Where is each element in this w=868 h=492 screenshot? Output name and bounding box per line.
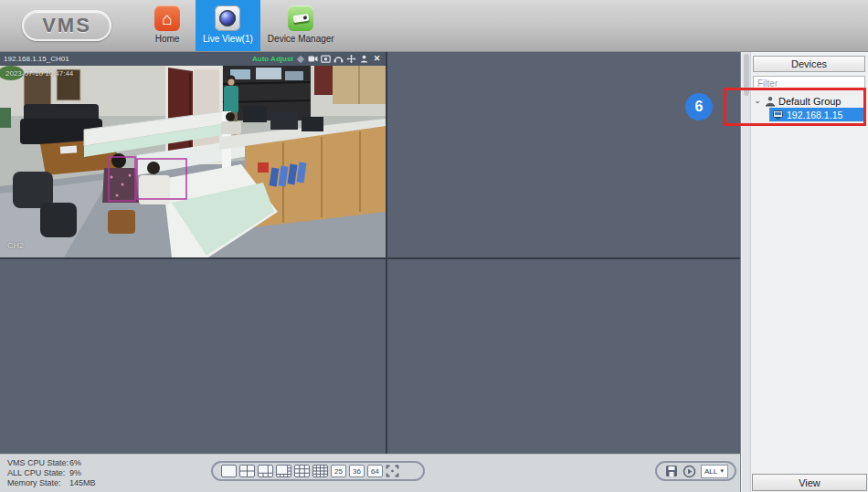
video-pane-2[interactable] [387, 52, 740, 257]
layout-toolbar: 25 36 64 [211, 461, 425, 481]
ptz-icon[interactable] [346, 54, 356, 64]
snapshot-icon[interactable] [321, 54, 331, 64]
video-grid: 192.168.1.15_CH01 Auto Adjust [0, 52, 740, 454]
layout-6-button[interactable] [258, 465, 273, 477]
chevron-down-icon[interactable]: ⌄ [753, 97, 762, 105]
stat-all-cpu: ALL CPU State:9% [7, 468, 96, 478]
layout-16-button[interactable] [312, 465, 328, 477]
group-icon [765, 96, 776, 107]
vms-application-window: VMS ⌂ Home Live View(1) Device Manager 1… [0, 0, 868, 492]
devices-sidebar: Devices ⌄ Default Group 192.168.1.15 [740, 52, 868, 492]
live-view-icon [215, 5, 240, 31]
device-tree: ⌄ Default Group 192.168.1.15 [753, 94, 865, 121]
osd-timestamp: 2023-07-10 10:47:44 [5, 69, 73, 78]
layout-9-button[interactable] [294, 465, 310, 477]
resource-stats: VMS CPU State:6% ALL CPU State:9% Memory… [7, 458, 96, 488]
layout-36-button[interactable]: 36 [349, 465, 365, 477]
camera-scene: 2023-07-10 10:47:44 CH2 [0, 66, 386, 257]
layout-25-button[interactable]: 25 [331, 465, 346, 477]
record-icon[interactable] [308, 54, 318, 64]
layout-64-button[interactable]: 64 [367, 465, 383, 477]
main-toolbar: VMS ⌂ Home Live View(1) Device Manager [0, 0, 868, 52]
view-button[interactable]: View [752, 474, 867, 491]
tree-group-default[interactable]: ⌄ Default Group [753, 94, 865, 108]
layout-4-button[interactable] [239, 465, 255, 477]
stream-toolbar: ALL ▼ [655, 461, 736, 481]
stat-vms-cpu: VMS CPU State:6% [7, 458, 96, 468]
tab-device-manager-label: Device Manager [268, 34, 334, 44]
tab-home[interactable]: ⌂ Home [139, 0, 196, 51]
audio-icon[interactable] [333, 54, 344, 64]
osd-channel-label: CH2 [7, 241, 24, 250]
tab-live-view[interactable]: Live View(1) [196, 0, 260, 51]
sidebar-scrollbar[interactable] [742, 52, 751, 492]
stream-mode-label[interactable]: Auto Adjust [252, 55, 293, 63]
camera-scene-art [0, 66, 386, 257]
filter-input[interactable] [753, 76, 865, 90]
tree-device-selected[interactable]: 192.168.1.15 [769, 108, 865, 121]
talk-icon[interactable] [359, 54, 369, 64]
layout-1-button[interactable] [221, 465, 237, 477]
devices-panel-header[interactable]: Devices [753, 56, 865, 72]
tab-live-view-label: Live View(1) [203, 34, 253, 44]
video-pane-titlebar: 192.168.1.15_CH01 Auto Adjust [0, 52, 386, 66]
device-label: 192.168.1.15 [787, 110, 842, 120]
bottom-status-bar: VMS CPU State:6% ALL CPU State:9% Memory… [0, 454, 740, 492]
channel-title: 192.168.1.15_CH01 [4, 55, 249, 63]
annotation-step-badge: 6 [685, 93, 713, 120]
close-icon[interactable]: ✕ [372, 54, 382, 64]
fullscreen-icon[interactable] [386, 465, 399, 477]
stream-type-value: ALL [704, 467, 717, 476]
home-icon: ⌂ [154, 5, 180, 31]
video-pane-1[interactable]: 192.168.1.15_CH01 Auto Adjust [0, 52, 386, 257]
stream-type-dropdown[interactable]: ALL ▼ [701, 465, 728, 478]
dropdown-arrow-icon: ▼ [719, 468, 725, 474]
stat-memory: Memory State:145MB [7, 478, 96, 488]
stat-memory-value: 145MB [69, 478, 96, 487]
app-logo: VMS [22, 10, 111, 41]
stat-all-cpu-value: 9% [69, 468, 81, 477]
stream-quality-icon [297, 55, 304, 62]
tab-home-label: Home [155, 34, 180, 44]
tab-device-manager[interactable]: Device Manager [260, 0, 342, 51]
save-view-icon[interactable] [665, 465, 678, 477]
video-pane-3[interactable] [0, 259, 386, 454]
device-manager-icon [288, 5, 313, 31]
device-icon [773, 110, 783, 120]
stat-vms-cpu-value: 6% [69, 458, 81, 467]
tour-play-icon[interactable] [683, 465, 696, 478]
video-pane-4[interactable] [387, 259, 740, 454]
group-label: Default Group [778, 96, 841, 107]
layout-8-button[interactable] [276, 465, 291, 477]
